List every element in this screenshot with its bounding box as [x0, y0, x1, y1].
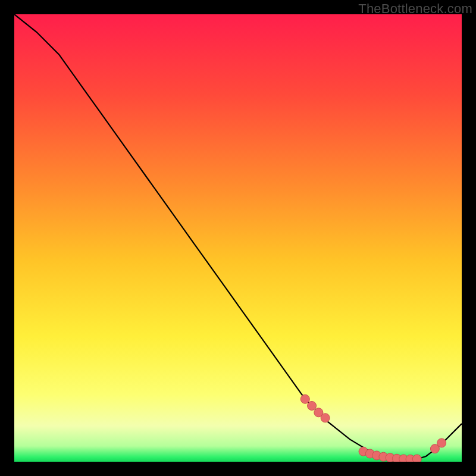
chart-line: [14, 14, 462, 459]
watermark-text: TheBottleneck.com: [358, 1, 472, 17]
chart-frame: TheBottleneck.com: [0, 0, 476, 476]
chart-marker: [412, 455, 421, 462]
chart-marker: [308, 402, 317, 411]
chart-markers: [300, 394, 446, 462]
chart-marker: [321, 414, 330, 422]
chart-svg: [14, 14, 462, 462]
chart-plot-area: [14, 14, 462, 462]
chart-marker: [437, 439, 446, 447]
chart-marker: [300, 394, 309, 403]
